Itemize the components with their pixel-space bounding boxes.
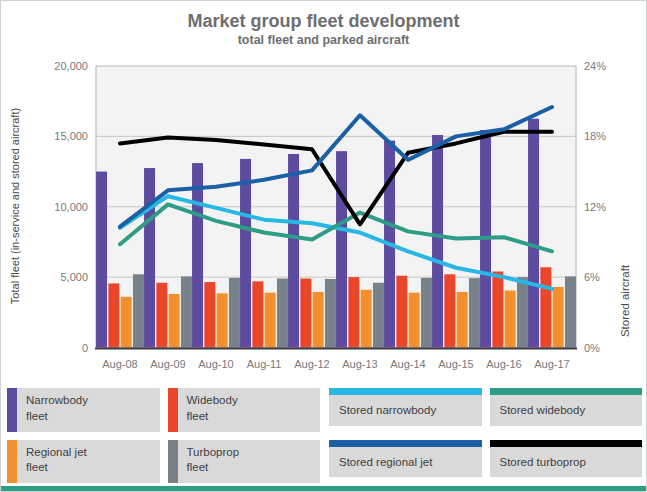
legend-label: Stored widebody — [490, 395, 643, 426]
bar-widebody-fleet-Aug-12 — [300, 279, 311, 348]
x-axis-label: Aug-14 — [390, 358, 425, 370]
bar-narrowbody-fleet-Aug-12 — [288, 154, 299, 348]
right-axis-tick: 12% — [584, 201, 606, 213]
bar-turboprop-fleet-Aug-10 — [229, 278, 240, 348]
legend-fleet-group: Narrowbody fleetWidebody fleetRegional j… — [7, 388, 320, 483]
legend-label: Narrowbody fleet — [17, 388, 107, 432]
bar-widebody-fleet-Aug-10 — [204, 282, 215, 347]
legend-item-regional-jet-fleet: Regional jet fleet — [7, 440, 160, 484]
footer-accent-strip — [1, 486, 646, 491]
bar-turboprop-fleet-Aug-11 — [277, 279, 288, 348]
legend-label: Regional jet fleet — [17, 440, 107, 484]
x-axis-label: Aug-09 — [150, 358, 185, 370]
bar-widebody-fleet-Aug-11 — [252, 281, 263, 347]
bar-turboprop-fleet-Aug-17 — [565, 276, 576, 347]
right-axis-tick: 18% — [584, 130, 606, 142]
legend-item-stored-regional-jet: Stored regional jet — [329, 440, 482, 484]
right-axis-tick: 24% — [584, 60, 606, 72]
x-axis-label: Aug-17 — [534, 358, 569, 370]
bar-turboprop-fleet-Aug-09 — [181, 276, 192, 347]
bar-narrowbody-fleet-Aug-17 — [528, 119, 539, 348]
bar-turboprop-fleet-Aug-13 — [373, 283, 384, 348]
legend-swatch — [168, 440, 178, 484]
bar-regional-jet-fleet-Aug-13 — [361, 290, 372, 348]
bar-regional-jet-fleet-Aug-16 — [505, 290, 516, 347]
legend-label: Widebody fleet — [178, 388, 268, 432]
bar-regional-jet-fleet-Aug-08 — [121, 297, 132, 348]
bar-widebody-fleet-Aug-08 — [108, 283, 119, 347]
bar-turboprop-fleet-Aug-16 — [517, 277, 528, 347]
bar-widebody-fleet-Aug-15 — [444, 274, 455, 347]
bar-narrowbody-fleet-Aug-09 — [144, 168, 155, 347]
chart-subtitle: total fleet and parked aircraft — [1, 33, 646, 47]
legend-swatch — [168, 388, 178, 432]
bar-regional-jet-fleet-Aug-11 — [265, 293, 276, 348]
left-axis-tick: 5,000 — [60, 271, 88, 283]
bar-widebody-fleet-Aug-13 — [348, 277, 359, 347]
bar-widebody-fleet-Aug-16 — [492, 271, 503, 347]
bar-regional-jet-fleet-Aug-14 — [409, 293, 420, 348]
bar-narrowbody-fleet-Aug-10 — [192, 163, 203, 347]
legend-swatch — [490, 388, 643, 395]
chart-card: Market group fleet development total fle… — [0, 0, 647, 492]
bar-turboprop-fleet-Aug-12 — [325, 279, 336, 348]
legend-label: Stored turboprop — [490, 447, 643, 478]
legend-item-turboprop-fleet: Turboprop fleet — [168, 440, 321, 484]
bar-turboprop-fleet-Aug-15 — [469, 278, 480, 347]
legend-swatch — [7, 388, 17, 432]
legend-swatch — [490, 440, 643, 447]
x-axis-label: Aug-13 — [342, 358, 377, 370]
right-axis-tick: 6% — [584, 271, 600, 283]
left-axis-tick: 20,000 — [54, 60, 88, 72]
legend: Narrowbody fleetWidebody fleetRegional j… — [7, 388, 642, 483]
legend-stored-group: Stored narrowbodyStored widebodyStored r… — [329, 388, 642, 483]
legend-label: Stored narrowbody — [329, 395, 482, 426]
legend-item-stored-turboprop: Stored turboprop — [490, 440, 643, 484]
right-axis-tick: 0% — [584, 342, 600, 354]
bar-regional-jet-fleet-Aug-10 — [217, 293, 228, 347]
bar-turboprop-fleet-Aug-14 — [421, 278, 432, 348]
chart-title: Market group fleet development — [1, 11, 646, 32]
bar-narrowbody-fleet-Aug-13 — [336, 151, 347, 347]
legend-item-narrowbody-fleet: Narrowbody fleet — [7, 388, 160, 432]
x-axis-label: Aug-16 — [486, 358, 521, 370]
bar-regional-jet-fleet-Aug-09 — [169, 294, 180, 347]
bar-turboprop-fleet-Aug-08 — [133, 274, 144, 347]
x-axis-label: Aug-15 — [438, 358, 473, 370]
bar-regional-jet-fleet-Aug-15 — [457, 292, 468, 348]
bar-widebody-fleet-Aug-14 — [396, 276, 407, 348]
legend-swatch — [329, 388, 482, 395]
x-axis-label: Aug-08 — [102, 358, 137, 370]
legend-item-stored-narrowbody: Stored narrowbody — [329, 388, 482, 432]
bar-widebody-fleet-Aug-17 — [540, 267, 551, 347]
legend-item-widebody-fleet: Widebody fleet — [168, 388, 321, 432]
legend-label: Turboprop fleet — [178, 440, 268, 484]
x-axis-label: Aug-12 — [294, 358, 329, 370]
left-axis-tick: 10,000 — [54, 201, 88, 213]
x-axis-label: Aug-10 — [198, 358, 233, 370]
legend-label: Stored regional jet — [329, 447, 482, 478]
fleet-development-chart: 00%5,0006%10,00012%15,00018%20,00024%Aug… — [1, 51, 647, 386]
x-axis-label: Aug-11 — [247, 358, 282, 370]
left-axis-tick: 15,000 — [54, 130, 88, 142]
bar-narrowbody-fleet-Aug-11 — [240, 159, 251, 348]
bar-widebody-fleet-Aug-09 — [156, 283, 167, 348]
legend-swatch — [7, 440, 17, 484]
left-axis-tick: 0 — [82, 342, 88, 354]
legend-swatch — [329, 440, 482, 447]
left-axis-title: Total fleet (in-service and stored aircr… — [9, 108, 21, 304]
bar-regional-jet-fleet-Aug-12 — [313, 292, 324, 348]
bar-narrowbody-fleet-Aug-15 — [432, 135, 443, 348]
bar-regional-jet-fleet-Aug-17 — [553, 287, 564, 348]
bar-narrowbody-fleet-Aug-08 — [96, 172, 107, 348]
legend-item-stored-widebody: Stored widebody — [490, 388, 643, 432]
right-axis-title: Stored aircraft — [619, 264, 631, 337]
